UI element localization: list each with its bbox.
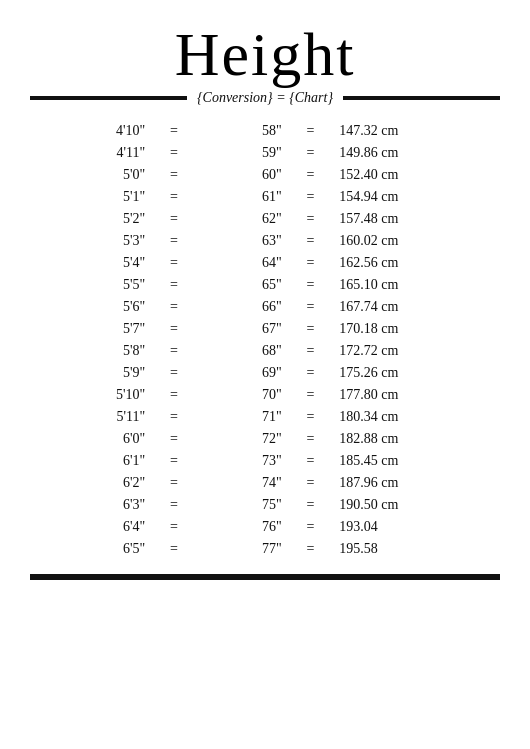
inches-cell: 71" [197,406,288,428]
cm-cell: 175.26 cm [333,362,500,384]
eq-cell: = [288,340,333,362]
eq-cell: = [288,274,333,296]
page: Height {Conversion} = {Chart} 4'10"=58"=… [0,0,530,600]
eq-cell: = [151,120,196,142]
table-row: 6'0"=72"=182.88 cm [30,428,500,450]
table-row: 5'3"=63"=160.02 cm [30,230,500,252]
table-row: 6'4"=76"=193.04 [30,516,500,538]
feet-cell: 5'10" [30,384,151,406]
feet-cell: 6'4" [30,516,151,538]
cm-cell: 167.74 cm [333,296,500,318]
feet-cell: 5'6" [30,296,151,318]
feet-cell: 5'7" [30,318,151,340]
cm-cell: 182.88 cm [333,428,500,450]
cm-cell: 177.80 cm [333,384,500,406]
eq-cell: = [288,472,333,494]
eq-cell: = [151,538,196,560]
table-row: 6'3"=75"=190.50 cm [30,494,500,516]
cm-cell: 190.50 cm [333,494,500,516]
table-row: 5'10"=70"=177.80 cm [30,384,500,406]
feet-cell: 5'3" [30,230,151,252]
eq-cell: = [288,494,333,516]
inches-cell: 60" [197,164,288,186]
table-row: 5'5"=65"=165.10 cm [30,274,500,296]
inches-cell: 77" [197,538,288,560]
inches-cell: 74" [197,472,288,494]
cm-cell: 154.94 cm [333,186,500,208]
cm-cell: 187.96 cm [333,472,500,494]
divider-line-right [343,96,500,100]
subtitle: {Conversion} = {Chart} [197,90,333,106]
table-row: 5'6"=66"=167.74 cm [30,296,500,318]
inches-cell: 62" [197,208,288,230]
cm-cell: 152.40 cm [333,164,500,186]
cm-cell: 165.10 cm [333,274,500,296]
eq-cell: = [288,406,333,428]
eq-cell: = [288,384,333,406]
table-row: 5'11"=71"=180.34 cm [30,406,500,428]
feet-cell: 5'0" [30,164,151,186]
inches-cell: 66" [197,296,288,318]
feet-cell: 5'8" [30,340,151,362]
cm-cell: 157.48 cm [333,208,500,230]
inches-cell: 75" [197,494,288,516]
table-row: 6'5"=77"=195.58 [30,538,500,560]
table-row: 5'2"=62"=157.48 cm [30,208,500,230]
eq-cell: = [151,428,196,450]
table-row: 4'10"=58"=147.32 cm [30,120,500,142]
eq-cell: = [151,274,196,296]
eq-cell: = [288,362,333,384]
inches-cell: 68" [197,340,288,362]
feet-cell: 4'10" [30,120,151,142]
eq-cell: = [288,120,333,142]
eq-cell: = [288,186,333,208]
table-row: 5'9"=69"=175.26 cm [30,362,500,384]
eq-cell: = [288,516,333,538]
eq-cell: = [151,142,196,164]
cm-cell: 180.34 cm [333,406,500,428]
feet-cell: 6'5" [30,538,151,560]
feet-cell: 6'0" [30,428,151,450]
eq-cell: = [151,318,196,340]
eq-cell: = [288,208,333,230]
eq-cell: = [288,142,333,164]
cm-cell: 149.86 cm [333,142,500,164]
inches-cell: 64" [197,252,288,274]
eq-cell: = [288,538,333,560]
table-row: 5'0"=60"=152.40 cm [30,164,500,186]
eq-cell: = [151,406,196,428]
feet-cell: 6'2" [30,472,151,494]
eq-cell: = [151,296,196,318]
cm-cell: 195.58 [333,538,500,560]
eq-cell: = [151,230,196,252]
cm-cell: 160.02 cm [333,230,500,252]
feet-cell: 5'9" [30,362,151,384]
eq-cell: = [151,472,196,494]
eq-cell: = [151,340,196,362]
cm-cell: 162.56 cm [333,252,500,274]
table-row: 5'8"=68"=172.72 cm [30,340,500,362]
cm-cell: 147.32 cm [333,120,500,142]
inches-cell: 76" [197,516,288,538]
divider-section: {Conversion} = {Chart} [30,90,500,106]
feet-cell: 5'5" [30,274,151,296]
feet-cell: 5'1" [30,186,151,208]
bottom-divider [30,574,500,580]
table-row: 4'11"=59"=149.86 cm [30,142,500,164]
table-row: 5'4"=64"=162.56 cm [30,252,500,274]
inches-cell: 72" [197,428,288,450]
eq-cell: = [288,428,333,450]
eq-cell: = [288,296,333,318]
eq-cell: = [151,208,196,230]
table-row: 5'1"=61"=154.94 cm [30,186,500,208]
inches-cell: 69" [197,362,288,384]
table-row: 6'2"=74"=187.96 cm [30,472,500,494]
page-title: Height [175,20,356,88]
inches-cell: 59" [197,142,288,164]
feet-cell: 5'11" [30,406,151,428]
feet-cell: 5'4" [30,252,151,274]
eq-cell: = [151,164,196,186]
inches-cell: 65" [197,274,288,296]
cm-cell: 170.18 cm [333,318,500,340]
cm-cell: 185.45 cm [333,450,500,472]
